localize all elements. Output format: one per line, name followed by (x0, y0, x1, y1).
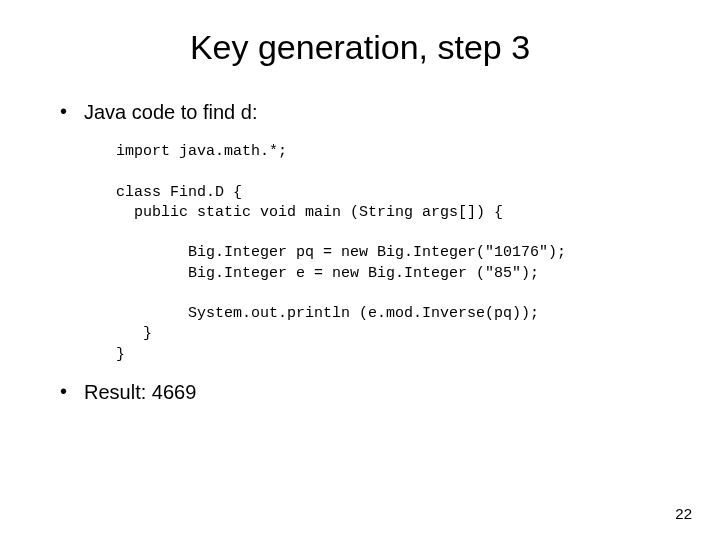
bullet-item: Result: 4669 (60, 381, 680, 404)
slide: Key generation, step 3 Java code to find… (0, 0, 720, 540)
code-block: import java.math.*; class Find.D { publi… (116, 142, 680, 365)
bullet-list: Result: 4669 (60, 381, 680, 404)
bullet-item: Java code to find d: (60, 101, 680, 124)
slide-body: Java code to find d: import java.math.*;… (0, 101, 720, 404)
slide-title: Key generation, step 3 (0, 0, 720, 85)
bullet-list: Java code to find d: (60, 101, 680, 124)
page-number: 22 (675, 505, 692, 522)
